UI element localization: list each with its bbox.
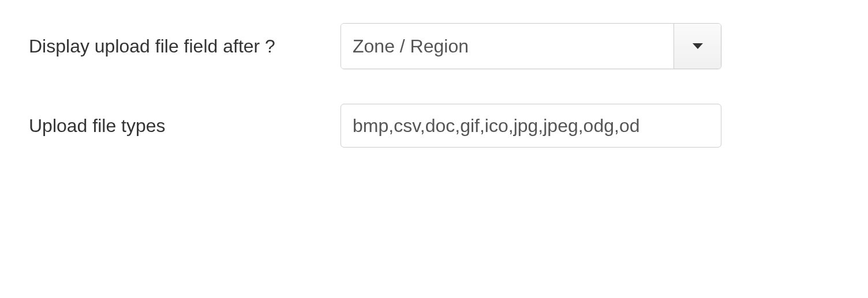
caret-down-icon <box>693 43 703 49</box>
file-types-label: Upload file types <box>29 115 341 137</box>
file-types-row: Upload file types <box>29 104 839 148</box>
display-after-dropdown-button[interactable] <box>674 24 721 69</box>
file-types-input[interactable] <box>341 104 721 148</box>
display-after-row: Display upload file field after ? Zone /… <box>29 23 839 69</box>
display-after-selected-value[interactable]: Zone / Region <box>341 24 674 69</box>
display-after-label: Display upload file field after ? <box>29 36 341 57</box>
svg-marker-0 <box>693 43 703 49</box>
display-after-select[interactable]: Zone / Region <box>341 23 721 69</box>
